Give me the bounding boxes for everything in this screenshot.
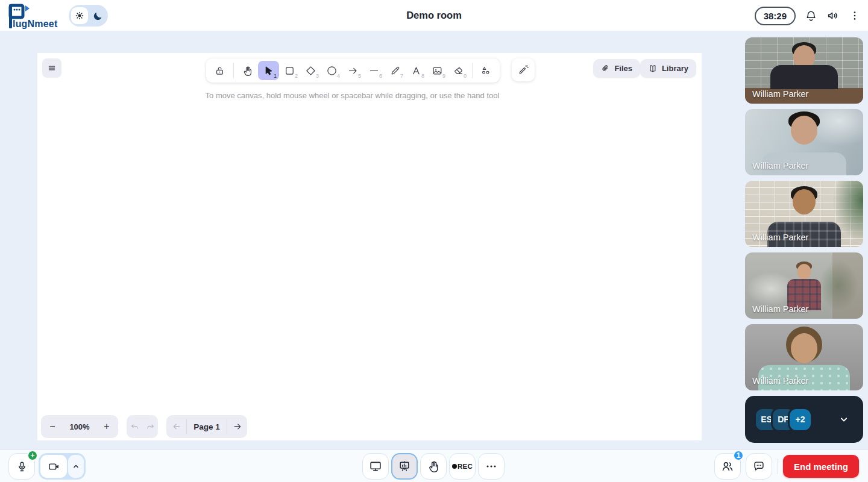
participant-name: William Parker <box>752 161 808 171</box>
redo-button[interactable] <box>145 422 156 432</box>
diamond-icon <box>305 65 316 77</box>
chat-button[interactable] <box>746 453 772 480</box>
toolbar-divider <box>233 63 234 78</box>
pencil-icon <box>389 65 401 77</box>
audio-output-button[interactable] <box>826 9 840 22</box>
participant-video-tile[interactable]: William Parker <box>745 181 863 247</box>
previous-page-button[interactable] <box>166 422 186 431</box>
text-icon <box>410 65 422 77</box>
chat-icon <box>752 460 766 473</box>
history-controls <box>127 415 158 438</box>
camera-button[interactable] <box>40 455 67 478</box>
redo-icon <box>145 422 156 432</box>
tool-image[interactable]: 9 <box>427 61 448 80</box>
bell-icon <box>805 10 817 22</box>
tool-hand[interactable] <box>237 61 258 80</box>
tool-shortcut: 6 <box>379 73 382 79</box>
participant-video-tile[interactable]: William Parker <box>745 109 863 175</box>
raise-hand-button[interactable] <box>420 453 447 480</box>
page-indicator: Page 1 <box>187 422 227 431</box>
tool-shortcut: 9 <box>442 73 445 79</box>
record-button[interactable]: REC <box>449 453 476 480</box>
participant-video-tile[interactable]: William Parker <box>745 37 863 104</box>
camera-options-button[interactable] <box>68 455 84 478</box>
participants-button[interactable]: 1 <box>714 453 741 480</box>
tool-diamond[interactable]: 3 <box>300 61 321 80</box>
meeting-controls: REC <box>362 453 505 480</box>
arrow-left-icon <box>172 422 181 431</box>
top-bar: lugNmeet Demo room 38:29 <box>0 0 868 31</box>
microphone-icon <box>16 460 28 473</box>
ellipsis-icon <box>485 460 498 473</box>
library-label: Library <box>662 64 688 73</box>
tool-ellipse[interactable]: 4 <box>321 61 342 80</box>
lock-open-icon <box>214 65 225 77</box>
participant-name: William Parker <box>752 304 808 314</box>
tool-lock[interactable] <box>209 61 230 80</box>
tool-shortcut: 3 <box>316 73 319 79</box>
tool-arrow[interactable]: 5 <box>342 61 363 80</box>
record-label: REC <box>458 463 473 470</box>
participants-icon <box>721 460 734 473</box>
zoom-out-button[interactable]: − <box>41 415 64 438</box>
more-controls-button[interactable] <box>478 453 505 480</box>
more-options-button[interactable] <box>849 10 861 22</box>
avatar-head <box>791 333 817 363</box>
tool-text[interactable]: 8 <box>406 61 427 80</box>
image-icon <box>432 65 443 77</box>
arrow-icon <box>347 65 359 77</box>
participant-name: William Parker <box>752 89 808 99</box>
tool-shortcut: 1 <box>274 73 277 79</box>
tool-draw[interactable]: 7 <box>385 61 406 80</box>
shapes-icon <box>480 65 492 77</box>
microphone-button[interactable]: + <box>8 453 35 480</box>
files-button[interactable]: Files <box>593 59 640 78</box>
chevron-down-icon <box>838 413 850 425</box>
next-page-button[interactable] <box>227 422 247 431</box>
top-right-controls: 38:29 <box>755 0 861 31</box>
tool-eraser[interactable]: 0 <box>448 61 469 80</box>
arrow-right-icon <box>233 422 242 431</box>
session-timer: 38:29 <box>755 7 796 25</box>
end-meeting-button[interactable]: End meeting <box>783 455 859 478</box>
tool-line[interactable]: 6 <box>363 61 385 80</box>
zoom-in-button[interactable]: + <box>95 415 118 438</box>
ellipse-icon <box>326 65 338 77</box>
camera-icon <box>48 460 60 473</box>
paperclip-icon <box>601 64 610 73</box>
participant-count-badge: +2 <box>790 409 811 430</box>
rectangle-icon <box>284 65 295 77</box>
microphone-add-badge: + <box>27 450 38 461</box>
avatar-torso <box>770 65 838 89</box>
screen-share-button[interactable] <box>362 453 389 480</box>
whiteboard-canvas[interactable]: 1 2 3 4 5 <box>37 53 702 440</box>
selection-cursor-icon <box>263 65 274 77</box>
zoom-level: 100% <box>64 422 95 431</box>
avatar-head <box>793 189 816 214</box>
participant-video-tile[interactable]: William Parker <box>745 252 863 319</box>
toolbar-divider <box>472 63 473 78</box>
whiteboard-menu-button[interactable] <box>42 58 61 78</box>
tool-shortcut: 0 <box>464 73 467 79</box>
participant-video-tile[interactable]: William Parker <box>745 324 863 390</box>
tool-rectangle[interactable]: 2 <box>279 61 300 80</box>
whiteboard-button[interactable] <box>391 453 418 480</box>
tool-shortcut: 5 <box>358 73 361 79</box>
chevron-up-icon <box>71 462 81 471</box>
avatar-head <box>797 264 811 280</box>
tool-shortcut: 4 <box>337 73 340 79</box>
participants-sidebar: William Parker William Parker William Pa… <box>745 37 863 443</box>
undo-button[interactable] <box>130 422 140 432</box>
expand-participants-button[interactable] <box>838 413 850 425</box>
hidden-participants-box[interactable]: ES DF +2 <box>745 396 863 443</box>
hand-icon <box>242 65 253 77</box>
notifications-button[interactable] <box>805 10 817 22</box>
tool-selection[interactable]: 1 <box>258 61 279 80</box>
page-navigation: Page 1 <box>166 415 247 438</box>
bottom-bar: + <box>0 449 868 482</box>
library-button[interactable]: Library <box>640 59 696 78</box>
tool-laser-pointer[interactable] <box>512 58 535 81</box>
speaker-icon <box>826 9 840 22</box>
line-icon <box>368 65 380 77</box>
tool-more-shapes[interactable] <box>476 61 497 80</box>
